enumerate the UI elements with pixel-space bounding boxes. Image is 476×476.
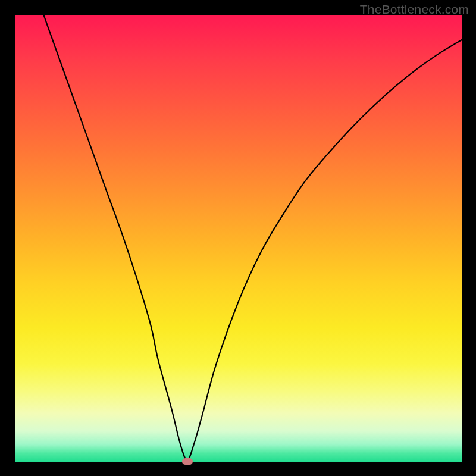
chart-frame <box>15 15 462 462</box>
curve-path <box>15 15 462 460</box>
optimal-marker <box>182 458 193 465</box>
bottleneck-curve <box>15 15 462 462</box>
watermark-text: TheBottleneck.com <box>360 2 469 17</box>
